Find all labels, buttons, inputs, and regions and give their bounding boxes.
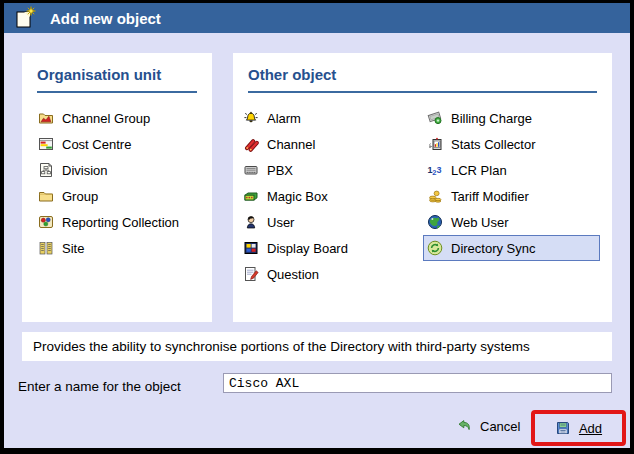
object-type-label: Site — [62, 241, 84, 256]
channel-group-icon — [38, 110, 54, 126]
object-type-cost-centre[interactable]: Cost Centre — [22, 131, 212, 157]
channel-icon — [243, 136, 259, 152]
object-description: Provides the ability to synchronise port… — [22, 332, 612, 361]
object-type-label: Billing Charge — [451, 111, 532, 126]
object-type-channel-group[interactable]: Channel Group — [22, 105, 212, 131]
reporting-collection-icon — [38, 214, 54, 230]
group-icon — [38, 188, 54, 204]
object-type-site[interactable]: Site — [22, 235, 212, 261]
save-icon — [555, 420, 571, 436]
dialog-titlebar: Add new object — [4, 3, 630, 33]
pbx-icon — [243, 162, 259, 178]
object-type-label: Tariff Modifier — [451, 189, 529, 204]
tariff-modifier-icon — [427, 188, 443, 204]
object-type-label: User — [267, 215, 294, 230]
name-field-label: Enter a name for the object — [18, 379, 181, 394]
organisation-unit-rule — [37, 91, 197, 93]
alarm-icon — [243, 110, 259, 126]
stats-collector-icon — [427, 136, 443, 152]
user-icon — [243, 214, 259, 230]
cancel-button-label: Cancel — [480, 419, 520, 434]
object-type-tariff-modifier[interactable]: Tariff Modifier — [423, 183, 612, 209]
object-type-label: Reporting Collection — [62, 215, 179, 230]
object-type-display-board[interactable]: Display Board — [233, 235, 423, 261]
object-type-pbx[interactable]: PBX — [233, 157, 423, 183]
other-object-rule — [248, 91, 597, 93]
object-type-label: Question — [267, 267, 319, 282]
cancel-button[interactable]: Cancel — [456, 418, 520, 434]
other-object-heading: Other object — [248, 66, 597, 84]
magic-box-icon — [243, 188, 259, 204]
other-object-columns: AlarmChannelPBXMagic BoxUserDisplay Boar… — [233, 105, 612, 291]
object-type-label: Alarm — [267, 111, 301, 126]
object-type-group[interactable]: Group — [22, 183, 212, 209]
object-type-directory-sync-selected[interactable]: Directory Sync — [423, 235, 600, 261]
add-new-object-dialog: Add new object Organisation unit Channel… — [4, 3, 630, 448]
object-type-billing-charge[interactable]: Billing Charge — [423, 105, 612, 131]
organisation-unit-list: Channel GroupCost CentreDivisionGroupRep… — [22, 105, 212, 261]
add-button-label: Add — [579, 421, 602, 436]
cost-centre-icon — [38, 136, 54, 152]
object-type-label: Web User — [451, 215, 509, 230]
object-type-stats-collector[interactable]: Stats Collector — [423, 131, 612, 157]
display-board-icon — [243, 240, 259, 256]
annotation-highlight-box: Add — [531, 410, 626, 446]
organisation-unit-panel: Organisation unit Channel GroupCost Cent… — [22, 53, 212, 322]
object-type-label: Stats Collector — [451, 137, 536, 152]
object-type-label: LCR Plan — [451, 163, 507, 178]
object-type-label: Cost Centre — [62, 137, 131, 152]
object-type-reporting-collection[interactable]: Reporting Collection — [22, 209, 212, 235]
object-type-magic-box[interactable]: Magic Box — [233, 183, 423, 209]
lcr-plan-icon: 123 — [427, 162, 443, 178]
svg-text:3: 3 — [437, 165, 442, 175]
web-user-icon — [427, 214, 443, 230]
screenshot-frame: Add new object Organisation unit Channel… — [0, 0, 634, 454]
other-object-panel: Other object AlarmChannelPBXMagic BoxUse… — [233, 53, 612, 322]
object-type-label: PBX — [267, 163, 293, 178]
other-object-column-1: AlarmChannelPBXMagic BoxUserDisplay Boar… — [233, 105, 423, 287]
directory-sync-icon — [427, 240, 443, 256]
dialog-title: Add new object — [50, 10, 161, 27]
object-type-division[interactable]: Division — [22, 157, 212, 183]
add-button[interactable]: Add — [555, 420, 602, 436]
object-type-question[interactable]: Question — [233, 261, 423, 287]
object-type-channel[interactable]: Channel — [233, 131, 423, 157]
object-type-web-user[interactable]: Web User — [423, 209, 612, 235]
site-icon — [38, 240, 54, 256]
object-type-label: Display Board — [267, 241, 348, 256]
object-type-user[interactable]: User — [233, 209, 423, 235]
object-type-label: Channel — [267, 137, 315, 152]
question-icon — [243, 266, 259, 282]
object-type-lcr-plan[interactable]: 123LCR Plan — [423, 157, 612, 183]
object-type-alarm[interactable]: Alarm — [233, 105, 423, 131]
organisation-unit-heading: Organisation unit — [37, 66, 197, 84]
undo-icon — [456, 418, 472, 434]
division-icon — [38, 162, 54, 178]
object-name-input[interactable] — [223, 373, 612, 393]
object-type-label: Division — [62, 163, 108, 178]
other-object-column-2: Billing ChargeStats Collector123LCR Plan… — [423, 105, 612, 261]
new-object-icon — [13, 6, 37, 30]
object-type-label: Channel Group — [62, 111, 150, 126]
billing-charge-icon — [427, 110, 443, 126]
object-type-label: Magic Box — [267, 189, 328, 204]
object-type-label: Directory Sync — [451, 241, 536, 256]
object-type-label: Group — [62, 189, 98, 204]
